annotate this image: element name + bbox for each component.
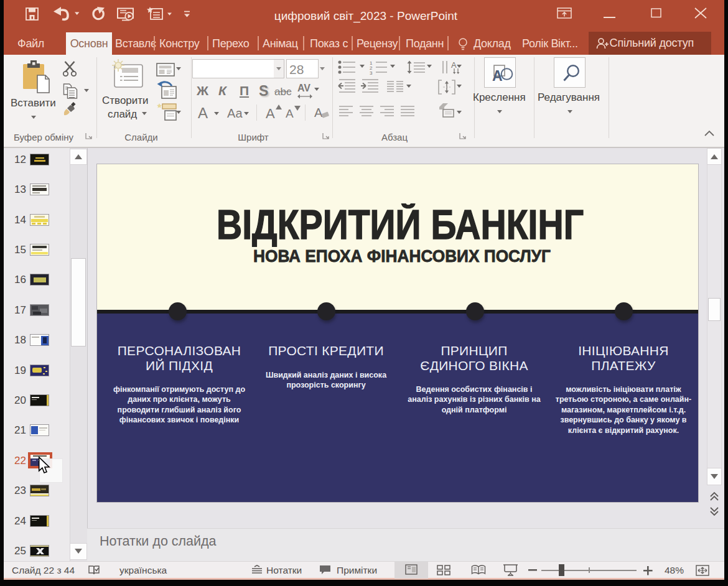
svg-text:3: 3	[370, 70, 373, 76]
svg-text:A: A	[451, 60, 457, 70]
svg-text:НОВА ЕПОХА ФІНАНСОВИХ ПОСЛУГ: НОВА ЕПОХА ФІНАНСОВИХ ПОСЛУГ	[253, 246, 551, 265]
svg-text:А: А	[492, 68, 503, 84]
svg-text:ВІДКРИТИЙ БАНКІНГ: ВІДКРИТИЙ БАНКІНГ	[217, 203, 584, 247]
